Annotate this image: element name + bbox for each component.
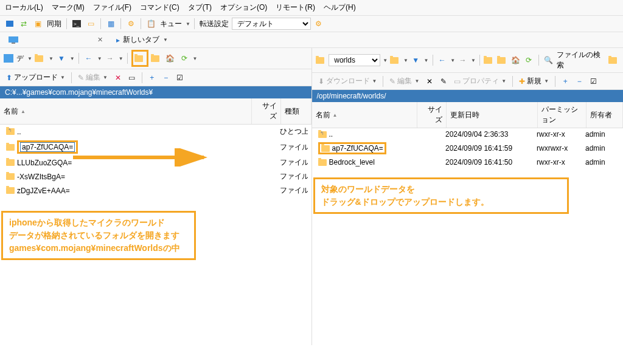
select-icon[interactable]: ☑ [174,72,186,84]
upload-button[interactable]: ⬆ アップロード ▼ [4,71,68,84]
list-item[interactable]: ap7-ZfUCAQA=2024/09/09 16:41:59rwxrwxr-x… [312,140,624,156]
col-name[interactable]: 名前▲ [312,102,418,128]
properties-icon[interactable]: ▭ [126,72,138,84]
parent-folder-icon[interactable] [134,52,146,64]
explorer-icon[interactable]: ▭ [85,18,97,30]
col-size[interactable]: サイズ [252,98,281,124]
chevron-down-icon[interactable]: ▼ [163,37,168,43]
chevron-down-icon[interactable]: ▼ [49,56,54,61]
terminal-icon[interactable]: >_ [71,18,83,30]
chevron-down-icon[interactable]: ▼ [383,58,388,63]
folder-open-icon[interactable] [34,52,46,64]
queue-icon[interactable]: 📋 [145,18,157,30]
chevron-down-icon[interactable]: ▼ [193,56,198,61]
plus-icon[interactable]: + [146,72,158,84]
chevron-down-icon[interactable]: ▼ [186,21,190,27]
drive-icon[interactable] [4,54,13,63]
search-icon[interactable]: 🔍 [543,54,554,66]
folder-open-icon[interactable] [389,54,401,66]
home-icon[interactable]: 🏠 [510,54,521,66]
col-perm[interactable]: パーミッション [538,102,586,128]
forward-icon[interactable]: → [104,52,116,64]
bookmark-icon[interactable] [608,54,619,66]
gear-icon[interactable]: ⚙ [125,18,137,30]
rename-input[interactable]: ap7-ZfUCAQA= [20,142,75,152]
list-item[interactable]: zDgJZvE+AAA=ファイル [0,184,312,197]
item-owner: admin [583,129,619,139]
root-folder-icon[interactable] [150,52,162,64]
menu-help[interactable]: ヘルプ(H) [324,2,356,13]
drive-label: デ [16,53,24,64]
properties-button[interactable]: ▭ プロパティ ▼ [451,75,509,88]
menu-tab[interactable]: タブ(T) [188,2,212,13]
nav-left-icon[interactable] [4,18,16,30]
menu-file[interactable]: ファイル(F) [93,2,131,13]
col-date[interactable]: 更新日時 [447,102,538,128]
select-icon[interactable]: ☑ [587,75,599,88]
forward-icon[interactable]: → [457,54,468,66]
filter-icon[interactable]: ▼ [55,52,68,64]
refresh-icon[interactable]: ⟳ [178,52,190,64]
list-item[interactable]: -XsWZItsBgA=ファイル [0,170,312,184]
find-label[interactable]: ファイルの検索 [557,50,605,70]
list-item[interactable]: ap7-ZfUCAQA=ファイル [0,139,312,156]
back-icon[interactable]: ← [83,52,95,64]
chevron-down-icon[interactable]: ▼ [70,56,75,61]
rename-icon[interactable]: ✎ [437,75,450,88]
menu-local[interactable]: ローカル(L) [5,2,43,13]
list-item[interactable]: ..2024/09/04 2:36:33rwxr-xr-xadmin [312,128,624,140]
new-button[interactable]: ✚ 新規 ▼ [517,75,551,88]
local-annotation: iphoneから取得したマイクラのワールドデータが格納されているフォルダを開きま… [1,211,196,260]
parent-folder-icon[interactable] [484,54,495,66]
col-owner[interactable]: 所有者 [586,102,623,128]
menu-remote[interactable]: リモート(R) [276,2,315,13]
filter-icon[interactable]: ▼ [410,54,422,66]
root-folder-icon[interactable] [497,54,509,66]
transfer-select[interactable]: デフォルト [232,18,311,30]
tab-current[interactable]: ✕ [4,35,108,45]
tab-new[interactable]: ▸ 新しいタブ ▼ [111,33,173,46]
minus-icon[interactable]: − [573,75,585,88]
list-item[interactable]: ..ひとつ上 [0,125,312,139]
chevron-down-icon[interactable]: ▼ [119,56,124,61]
local-path-bar[interactable]: C:¥...¥games¥com.mojang¥minecraftWorlds¥ [0,86,312,98]
minus-icon[interactable]: − [160,72,172,84]
sync-icon[interactable]: ⇄ [18,18,30,30]
svg-rect-3 [9,36,18,43]
menu-command[interactable]: コマンド(C) [140,2,179,13]
remote-path-bar[interactable]: /opt/minecraft/worlds/ [312,90,624,102]
home-icon[interactable]: 🏠 [164,52,176,64]
edit-button[interactable]: ✎ 編集 ▼ [75,71,110,84]
back-icon[interactable]: ← [436,54,448,66]
col-size[interactable]: サイズ [417,102,447,128]
queue-label[interactable]: キュー [160,19,182,29]
menu-mark[interactable]: マーク(M) [52,2,85,13]
delete-icon[interactable]: ✕ [112,72,124,84]
col-type[interactable]: 種類 [281,98,312,124]
remote-action-toolbar: ⬇ ダウンロード ▼ ✎ 編集 ▼ ✕ ✎ ▭ プロパティ ▼ ✚ 新規 ▼ [312,73,624,90]
edit-icon: ✎ [78,74,84,82]
chevron-down-icon[interactable]: ▼ [60,75,65,80]
refresh-icon[interactable]: ⟳ [523,54,535,66]
compare-icon[interactable]: ▣ [32,18,44,30]
list-item[interactable]: Bedrock_level2024/09/09 16:41:50rwxr-xr-… [312,156,624,168]
chevron-down-icon[interactable]: ▼ [97,56,102,61]
grid-icon[interactable]: ▦ [105,18,117,30]
download-button[interactable]: ⬇ ダウンロード ▼ [316,75,380,88]
close-icon[interactable]: ✕ [97,36,103,44]
chevron-down-icon[interactable]: ▼ [27,56,32,61]
sync-label[interactable]: 同期 [47,19,61,29]
list-item[interactable]: LLUbZuoZGQA=ファイル [0,156,312,170]
folder-icon[interactable] [316,54,327,66]
svg-text:>_: >_ [74,21,80,27]
remote-folder-select[interactable]: worlds [329,54,380,66]
col-name[interactable]: 名前▲ [0,98,252,124]
transfer-settings-icon[interactable]: ⚙ [313,18,325,30]
chevron-down-icon[interactable]: ▼ [424,58,429,63]
delete-icon[interactable]: ✕ [423,75,436,88]
chevron-down-icon[interactable]: ▼ [403,58,408,63]
plus-icon[interactable]: + [559,75,571,88]
menu-option[interactable]: オプション(O) [220,2,267,13]
remote-list[interactable]: ..2024/09/04 2:36:33rwxr-xr-xadminap7-Zf… [312,128,624,345]
edit-button[interactable]: ✎ 編集 ▼ [387,75,422,88]
